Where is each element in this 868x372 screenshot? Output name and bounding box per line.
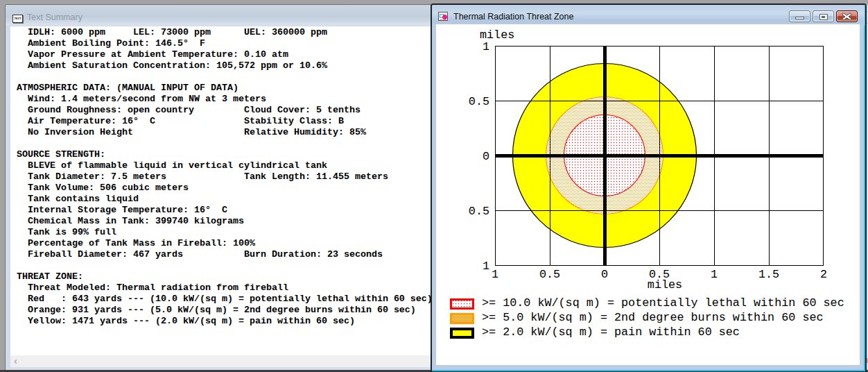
svg-text:2: 2 bbox=[820, 268, 827, 281]
svg-text:0.5: 0.5 bbox=[469, 95, 489, 108]
svg-text:0: 0 bbox=[601, 268, 608, 281]
svg-text:0.5: 0.5 bbox=[539, 268, 560, 281]
svg-text:1: 1 bbox=[483, 260, 489, 273]
svg-text:1: 1 bbox=[492, 268, 498, 281]
svg-text:1: 1 bbox=[483, 40, 489, 53]
svg-text:0.5: 0.5 bbox=[469, 205, 489, 218]
svg-text:>= 5.0 kW/(sq m) = 2nd degree: >= 5.0 kW/(sq m) = 2nd degree burns with… bbox=[482, 311, 824, 324]
svg-text:1.5: 1.5 bbox=[758, 268, 779, 281]
svg-text:>= 2.0 kW/(sq m) = pain within: >= 2.0 kW/(sq m) = pain within 60 sec bbox=[482, 326, 740, 339]
svg-text:miles: miles bbox=[648, 278, 682, 291]
svg-text:0: 0 bbox=[483, 150, 489, 163]
svg-text:1: 1 bbox=[711, 268, 718, 281]
svg-text:>= 10.0 kW/(sq m) = potentiall: >= 10.0 kW/(sq m) = potentially lethal w… bbox=[482, 296, 844, 310]
